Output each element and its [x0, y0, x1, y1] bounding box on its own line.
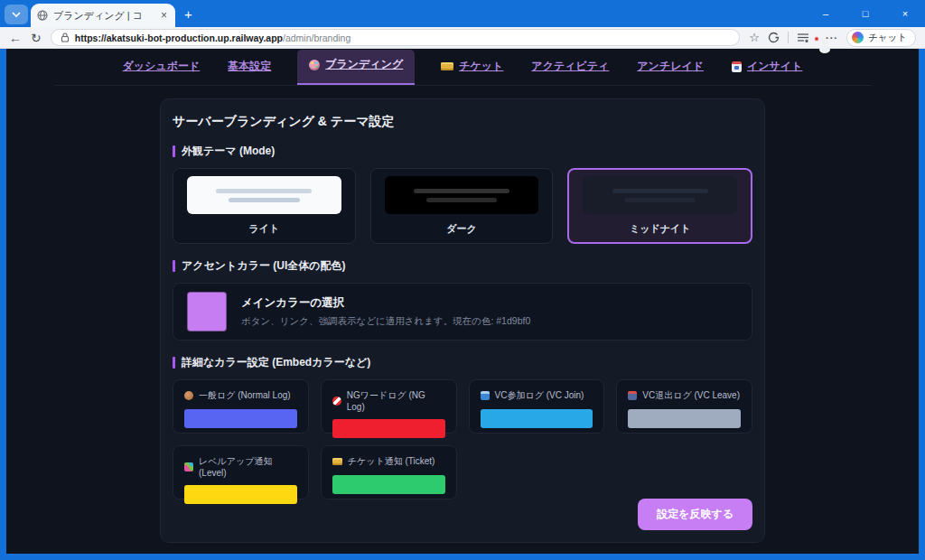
chevron-down-icon [12, 12, 21, 17]
color-card-level: レベルアップ通知 (Level) [173, 445, 309, 499]
nav-item-branding[interactable]: ブランディング [297, 50, 415, 85]
color-bar-vc-leave[interactable] [628, 409, 741, 428]
color-card-label: レベルアップ通知 (Level) [199, 455, 297, 478]
browser-extension-icon[interactable] [768, 32, 780, 43]
accent-color-card: メインカラーの選択 ボタン、リンク、強調表示などに適用されます。現在の色: #1… [173, 283, 752, 341]
section-accent-bar [173, 145, 175, 157]
back-button[interactable]: ← [9, 32, 22, 44]
dark-theme-label: ダーク [446, 222, 477, 236]
accent-section-heading: アクセントカラー (UI全体の配色) [173, 258, 752, 274]
url-text: https://akatsuki-bot-production.up.railw… [75, 33, 351, 43]
refresh-button[interactable]: ↻ [31, 32, 42, 44]
log-icon [184, 391, 193, 400]
nav-item-ticket-label: チケット [459, 59, 503, 74]
minimize-button[interactable]: – [806, 0, 846, 27]
color-card-ticket: チケット通知 (Ticket) [321, 445, 457, 499]
color-card-ng-log: NGワードログ (NG Log) [321, 379, 457, 434]
nav-item-antiraid[interactable]: アンチレイド [635, 51, 705, 85]
color-bar-ng-log[interactable] [332, 419, 445, 438]
maximize-button[interactable]: □ [846, 0, 885, 27]
detail-heading-label: 詳細なカラー設定 (Embedカラーなど) [182, 355, 370, 370]
browser-toolbar: ← ↻ https://akatsuki-bot-production.up.r… [0, 27, 925, 49]
detail-section-heading: 詳細なカラー設定 (Embedカラーなど) [173, 355, 752, 370]
detail-color-grid: 一般ログ (Normal Log) NGワードログ (NG Log) VC参加ロ… [173, 379, 752, 499]
color-card-label: 一般ログ (Normal Log) [199, 389, 291, 402]
toolbar-divider [788, 32, 789, 43]
apply-settings-button[interactable]: 設定を反映する [638, 499, 752, 530]
nav-item-basic-settings[interactable]: 基本設定 [226, 51, 273, 85]
new-tab-button[interactable]: + [184, 6, 192, 22]
tab-title: ブランディング | コ [53, 9, 154, 23]
collections-icon[interactable] [797, 32, 809, 43]
browser-tab[interactable]: ブランディング | コ × [31, 4, 175, 27]
url-domain: https://akatsuki-bot-production.up.railw… [75, 33, 283, 43]
main-color-swatch[interactable] [187, 292, 227, 331]
close-button[interactable]: × [885, 0, 925, 27]
browser-titlebar: ブランディング | コ × + – □ × [0, 0, 925, 27]
color-card-normal-log: 一般ログ (Normal Log) [173, 379, 309, 434]
ng-icon [332, 397, 341, 406]
accent-heading-label: アクセントカラー (UI全体の配色) [182, 258, 346, 274]
color-bar-normal-log[interactable] [184, 409, 297, 428]
color-bar-level[interactable] [184, 485, 297, 504]
ticket-icon [332, 458, 342, 465]
theme-section-heading: 外観テーマ (Mode) [173, 144, 752, 159]
section-accent-bar [173, 260, 175, 272]
insight-icon [732, 61, 742, 72]
color-card-vc-leave: VC退出ログ (VC Leave) [616, 379, 752, 434]
copilot-label: チャット [868, 32, 907, 44]
midnight-theme-label: ミッドナイト [630, 222, 691, 236]
globe-icon [37, 10, 48, 21]
vc-leave-icon [628, 391, 637, 400]
lock-icon [61, 33, 70, 42]
theme-option-light[interactable]: ライト [173, 168, 356, 244]
color-card-label: VC退出ログ (VC Leave) [642, 389, 740, 402]
theme-heading-label: 外観テーマ (Mode) [182, 144, 275, 159]
theme-options: ライト ダーク ミッドナイト [173, 168, 752, 244]
copilot-icon [852, 32, 864, 43]
tab-search-button[interactable] [5, 5, 28, 24]
midnight-theme-preview [583, 176, 737, 214]
dark-theme-preview [385, 176, 539, 214]
favorite-star-icon[interactable]: ☆ [749, 32, 760, 43]
address-bar[interactable]: https://akatsuki-bot-production.up.railw… [51, 29, 741, 46]
copilot-button[interactable]: チャット [846, 29, 916, 47]
vc-join-icon [481, 391, 490, 400]
nav-item-ticket[interactable]: チケット [439, 51, 505, 85]
section-accent-bar [173, 357, 175, 369]
theme-option-midnight[interactable]: ミッドナイト [567, 168, 752, 244]
accent-description: ボタン、リンク、強調表示などに適用されます。現在の色: #1d9bf0 [241, 315, 530, 328]
nav-item-branding-label: ブランディング [325, 57, 403, 72]
branding-panel: サーバーブランディング & テーマ設定 外観テーマ (Mode) ライト ダーク [160, 98, 765, 543]
color-card-label: NGワードログ (NG Log) [347, 389, 445, 412]
notification-badge [814, 36, 819, 42]
ticket-icon [441, 62, 453, 70]
palette-icon [309, 60, 320, 70]
page-content: ダッシュボード 基本設定 ブランディング チケット アクティビティ アンチレイド… [6, 49, 919, 554]
url-path: /admin/branding [283, 33, 350, 43]
settings-menu-button[interactable]: ··· [826, 33, 838, 43]
color-card-label: VC参加ログ (VC Join) [495, 389, 584, 402]
color-bar-ticket[interactable] [332, 475, 445, 494]
nav-item-insight[interactable]: インサイト [730, 51, 804, 85]
admin-nav: ダッシュボード 基本設定 ブランディング チケット アクティビティ アンチレイド… [54, 49, 872, 86]
accent-title: メインカラーの選択 [241, 295, 530, 311]
color-card-vc-join: VC参加ログ (VC Join) [469, 379, 605, 434]
light-theme-preview [187, 176, 341, 214]
nav-item-dashboard[interactable]: ダッシュボード [121, 51, 202, 85]
tab-close-icon[interactable]: × [159, 9, 169, 22]
color-bar-vc-join[interactable] [481, 409, 593, 428]
level-icon [184, 462, 193, 471]
color-card-label: チケット通知 (Ticket) [348, 455, 435, 468]
theme-option-dark[interactable]: ダーク [370, 168, 554, 244]
page-title: サーバーブランディング & テーマ設定 [173, 114, 752, 130]
light-theme-label: ライト [248, 222, 279, 236]
nav-item-activity[interactable]: アクティビティ [529, 51, 611, 85]
nav-item-insight-label: インサイト [747, 59, 802, 74]
